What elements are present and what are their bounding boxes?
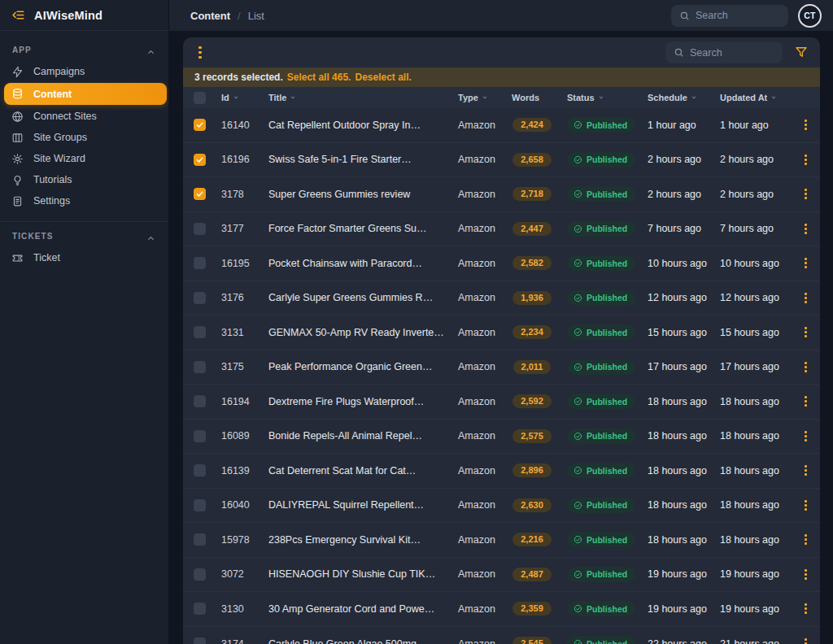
column-header-type[interactable]: Type <box>455 93 504 102</box>
row-checkbox[interactable] <box>194 533 206 546</box>
row-menu-button[interactable] <box>803 463 809 477</box>
row-menu-button[interactable] <box>803 429 809 443</box>
row-id: 16040 <box>216 499 263 511</box>
row-checkbox[interactable] <box>194 499 206 511</box>
row-menu-button[interactable] <box>803 637 809 644</box>
row-checkbox[interactable] <box>194 637 206 644</box>
sidebar: AIWiseMind APP Campaigns Content <box>0 0 169 644</box>
row-menu-button[interactable] <box>803 568 809 581</box>
check-circle-icon <box>574 120 582 129</box>
global-search[interactable] <box>671 5 788 27</box>
row-status-cell: Published <box>560 359 638 375</box>
row-checkbox-cell <box>183 361 216 373</box>
row-checkbox[interactable] <box>194 119 206 131</box>
global-search-input[interactable] <box>696 10 780 21</box>
check-circle-icon <box>574 397 582 406</box>
row-checkbox[interactable] <box>194 154 206 166</box>
table-search-input[interactable] <box>690 47 774 59</box>
avatar[interactable]: CT <box>798 4 822 28</box>
breadcrumb-list[interactable]: List <box>248 10 264 22</box>
sidebar-item-connect-sites[interactable]: Connect Sites <box>0 106 168 127</box>
row-menu-button[interactable] <box>803 394 809 408</box>
row-checkbox[interactable] <box>194 361 206 373</box>
row-checkbox-cell <box>183 223 216 235</box>
row-menu-button[interactable] <box>803 360 809 374</box>
check-circle-icon <box>574 604 582 613</box>
row-menu-button[interactable] <box>803 602 809 616</box>
row-menu-button[interactable] <box>803 187 809 201</box>
row-updated: 19 hours ago <box>713 603 791 615</box>
row-type: Amazon <box>455 396 504 407</box>
select-all-link[interactable]: Select all 465. <box>287 72 351 83</box>
row-checkbox[interactable] <box>194 603 206 615</box>
row-menu-button[interactable] <box>803 222 809 236</box>
row-checkbox[interactable] <box>194 464 206 476</box>
row-menu-button[interactable] <box>803 153 809 167</box>
row-menu-button[interactable] <box>803 533 809 546</box>
row-actions-cell <box>791 291 820 305</box>
row-menu-button[interactable] <box>803 291 809 305</box>
row-actions-cell <box>791 463 820 477</box>
breadcrumb-content[interactable]: Content <box>190 10 230 22</box>
row-words-cell: 2,718 <box>504 187 560 201</box>
row-words-cell: 2,658 <box>504 153 560 167</box>
table-row: 16139 Cat Deterrent Scat Mat for Cat… Am… <box>183 454 820 489</box>
row-checkbox-cell <box>183 257 216 269</box>
row-checkbox[interactable] <box>194 257 206 269</box>
sort-caret-icon <box>770 94 778 102</box>
sidebar-item-content[interactable]: Content <box>4 83 167 105</box>
row-checkbox[interactable] <box>194 395 206 407</box>
filter-icon[interactable] <box>794 45 810 61</box>
words-badge: 2,582 <box>512 256 552 270</box>
row-checkbox[interactable] <box>194 292 206 304</box>
sidebar-item-site-wizard[interactable]: Site Wizard <box>0 148 168 169</box>
column-header-status[interactable]: Status <box>560 93 638 102</box>
column-header-id[interactable]: Id <box>216 93 263 102</box>
row-id: 3175 <box>216 361 263 372</box>
row-type: Amazon <box>455 638 504 644</box>
collapse-sidebar-icon[interactable] <box>11 8 25 22</box>
row-actions-cell <box>791 360 820 374</box>
row-title: DALIYREPAL Squirrel Repellent… <box>263 499 455 511</box>
check-circle-icon <box>574 466 582 475</box>
table-row: 16140 Cat Repellent Outdoor Spray In… Am… <box>183 108 820 143</box>
app-title: AIWiseMind <box>34 9 102 22</box>
row-id: 15978 <box>216 534 263 546</box>
table-toolbar <box>183 37 820 67</box>
deselect-all-link[interactable]: Deselect all. <box>355 72 411 83</box>
sidebar-item-site-groups[interactable]: Site Groups <box>0 127 168 148</box>
column-header-words[interactable]: Words <box>504 93 560 102</box>
row-checkbox[interactable] <box>194 188 206 200</box>
words-badge: 2,545 <box>512 637 552 644</box>
table-row: 3131 GENMAX 50-Amp RV Ready Inverte… Ama… <box>183 315 820 350</box>
table-menu-button[interactable] <box>196 44 204 62</box>
select-all-checkbox[interactable] <box>194 92 206 104</box>
sidebar-section-app[interactable]: APP <box>0 39 168 61</box>
row-menu-button[interactable] <box>803 118 809 132</box>
column-header-updated[interactable]: Updated At <box>713 93 791 102</box>
row-checkbox[interactable] <box>194 326 206 338</box>
row-checkbox[interactable] <box>194 568 206 581</box>
row-title: Swiss Safe 5-in-1 Fire Starter… <box>263 154 455 165</box>
row-id: 3176 <box>216 292 263 303</box>
row-checkbox[interactable] <box>194 430 206 442</box>
row-menu-button[interactable] <box>803 256 809 270</box>
sidebar-section-tickets[interactable]: TICKETS <box>0 225 168 247</box>
row-menu-button[interactable] <box>803 498 809 512</box>
row-words-cell: 1,936 <box>504 291 560 305</box>
column-header-schedule[interactable]: Schedule <box>638 93 713 102</box>
globe-icon <box>11 111 24 123</box>
row-words-cell: 2,234 <box>504 325 560 339</box>
row-menu-button[interactable] <box>803 325 809 339</box>
sidebar-item-settings[interactable]: Settings <box>0 190 168 211</box>
sidebar-item-ticket[interactable]: Ticket <box>0 247 168 268</box>
row-title: HISENAOGH DIY Slushie Cup TIK… <box>263 568 455 580</box>
sidebar-item-campaigns[interactable]: Campaigns <box>0 61 168 82</box>
row-actions-cell <box>791 602 820 616</box>
sidebar-item-tutorials[interactable]: Tutorials <box>0 169 168 190</box>
column-header-title[interactable]: Title <box>263 93 455 102</box>
row-checkbox[interactable] <box>194 223 206 235</box>
table-search[interactable] <box>665 41 783 63</box>
table-row: 16089 Bonide Repels-All Animal Repel… Am… <box>183 420 820 455</box>
table-row: 3176 Carlyle Super Greens Gummies R… Ama… <box>183 281 820 316</box>
